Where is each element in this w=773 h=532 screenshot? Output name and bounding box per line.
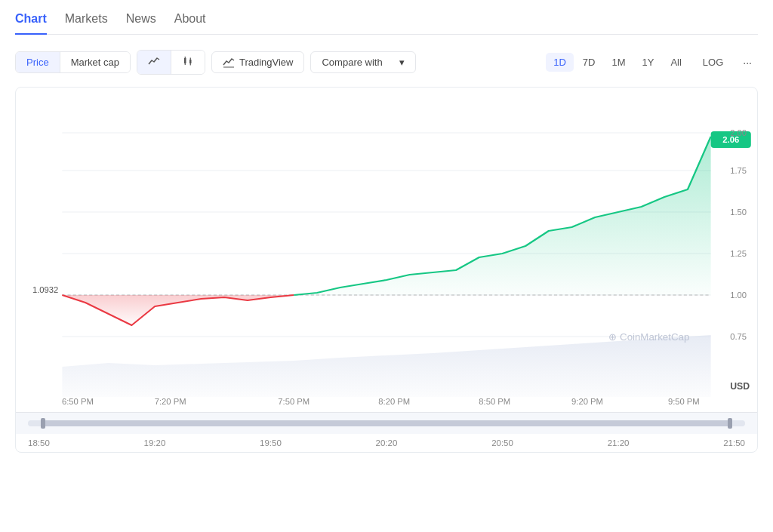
scrollbar-container[interactable] [16, 412, 757, 434]
scrollbar-track[interactable] [28, 420, 745, 426]
line-chart-button[interactable] [137, 51, 171, 74]
chart-area: 2.06 1.0932 2.00 1.75 1.50 1.25 1.00 0.7… [15, 87, 758, 453]
tab-about[interactable]: About [174, 12, 206, 35]
time-1y-button[interactable]: 1Y [635, 53, 662, 72]
scrollbar-left-handle[interactable] [41, 418, 45, 429]
price-chart: 2.06 1.0932 2.00 1.75 1.50 1.25 1.00 0.7… [16, 95, 757, 412]
chart-toolbar: Price Market cap [15, 50, 758, 75]
log-button[interactable]: LOG [695, 53, 731, 72]
bottom-time-label-2150: 21:50 [723, 438, 745, 447]
time-range-group: 1D 7D 1M 1Y All [546, 53, 689, 72]
tab-markets[interactable]: Markets [65, 12, 108, 35]
bottom-time-label-1920: 19:20 [144, 438, 166, 447]
svg-text:1.25: 1.25 [730, 249, 747, 258]
svg-text:8:20 PM: 8:20 PM [378, 397, 410, 406]
chart-type-toggle [137, 50, 205, 75]
price-marketcap-toggle: Price Market cap [15, 51, 131, 73]
scrollbar-right-handle[interactable] [728, 418, 732, 429]
chart-svg-container: 2.06 1.0932 2.00 1.75 1.50 1.25 1.00 0.7… [16, 95, 757, 412]
svg-text:1.50: 1.50 [730, 208, 747, 217]
svg-text:6:50 PM: 6:50 PM [62, 397, 94, 406]
compare-with-button[interactable]: Compare with ▾ [310, 51, 416, 73]
svg-text:USD: USD [730, 381, 750, 392]
price-button[interactable]: Price [16, 52, 60, 72]
bottom-time-label-2120: 21:20 [608, 438, 630, 447]
tradingview-icon [223, 57, 235, 68]
svg-text:⊕ CoinMarketCap: ⊕ CoinMarketCap [608, 331, 689, 343]
svg-text:1.75: 1.75 [730, 166, 747, 175]
tab-news[interactable]: News [126, 12, 156, 35]
svg-text:1.00: 1.00 [730, 291, 747, 300]
candle-chart-button[interactable] [171, 51, 205, 74]
svg-text:7:50 PM: 7:50 PM [278, 397, 310, 406]
svg-text:0.75: 0.75 [730, 332, 747, 341]
bottom-time-label-2050: 20:50 [491, 438, 513, 447]
svg-text:9:20 PM: 9:20 PM [571, 397, 603, 406]
more-options-button[interactable]: ··· [737, 53, 758, 72]
tradingview-button[interactable]: TradingView [211, 51, 305, 73]
compare-label: Compare with [322, 57, 382, 68]
market-cap-button[interactable]: Market cap [60, 52, 130, 72]
svg-rect-3 [189, 60, 192, 63]
svg-rect-0 [184, 58, 186, 63]
nav-tabs: Chart Markets News About [15, 12, 758, 35]
svg-text:7:20 PM: 7:20 PM [155, 397, 186, 406]
time-all-button[interactable]: All [663, 53, 688, 72]
chevron-down-icon: ▾ [399, 57, 405, 68]
bottom-time-label-1950: 19:50 [260, 438, 282, 447]
bottom-time-label-2020: 20:20 [376, 438, 398, 447]
time-1d-button[interactable]: 1D [546, 53, 574, 72]
svg-text:9:50 PM: 9:50 PM [668, 397, 700, 406]
svg-text:8:50 PM: 8:50 PM [479, 397, 510, 406]
bottom-time-labels: 18:50 19:20 19:50 20:20 20:50 21:20 21:5… [16, 434, 757, 452]
tradingview-label: TradingView [239, 57, 294, 68]
svg-text:2.00: 2.00 [730, 128, 747, 137]
bottom-time-label-1850: 18:50 [28, 438, 50, 447]
line-chart-icon [148, 55, 160, 67]
candle-chart-icon [182, 55, 194, 67]
tab-chart[interactable]: Chart [15, 12, 47, 35]
time-1m-button[interactable]: 1M [604, 53, 633, 72]
svg-text:1.0932: 1.0932 [32, 285, 58, 294]
time-7d-button[interactable]: 7D [575, 53, 603, 72]
